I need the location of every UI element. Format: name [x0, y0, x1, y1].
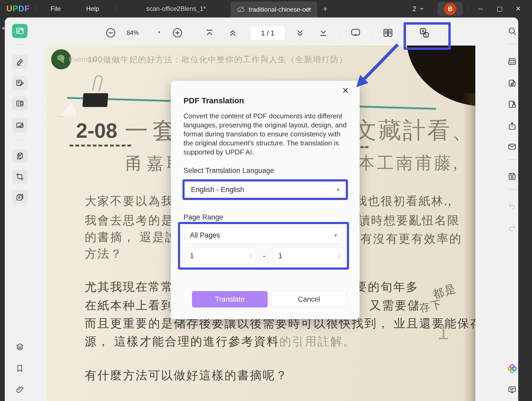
svg-text:OCR: OCR	[509, 61, 515, 64]
redo-icon	[508, 224, 517, 233]
sidebar-item-comments-panel[interactable]	[505, 383, 519, 397]
line-source-light: 的引用註解。	[279, 335, 356, 348]
first-page-button[interactable]	[204, 28, 215, 38]
sidebar-divider	[507, 43, 517, 44]
sidebar-item-convert[interactable]	[505, 76, 519, 90]
highlighter-icon	[15, 57, 24, 66]
sidebar-item-search[interactable]	[505, 24, 519, 38]
sidebar-divider	[15, 44, 25, 45]
sidebar-item-email[interactable]	[505, 140, 519, 154]
sidebar-item-comment[interactable]	[12, 55, 28, 69]
close-window-button[interactable]: ✕	[512, 0, 525, 17]
titlebar-divider	[36, 5, 37, 13]
sidebar-divider	[507, 159, 517, 160]
window-count: 2	[413, 5, 416, 13]
logo-letter-d: D	[18, 4, 24, 14]
titlebar: UPDF File Help scan-office2Blens_1* trad…	[0, 0, 532, 17]
page-from-value: 1	[185, 252, 249, 260]
zoom-in-button[interactable]	[172, 28, 183, 38]
save-icon	[507, 172, 517, 181]
sidebar-item-watermark[interactable]	[12, 190, 28, 204]
reader-book-icon	[15, 26, 24, 35]
pages-icon	[15, 152, 24, 161]
convert-document-icon	[507, 78, 517, 88]
section-number: 2-08	[76, 119, 117, 143]
evernote-logo	[51, 49, 71, 69]
zoom-out-button[interactable]	[105, 28, 116, 38]
sidebar-item-redo[interactable]	[505, 221, 519, 235]
elephant-icon	[55, 53, 68, 66]
sidebar-item-crop[interactable]	[12, 170, 28, 184]
tab-close-icon[interactable]: ✕	[306, 6, 311, 12]
mail-icon	[507, 142, 517, 152]
chat-bubble-icon	[507, 385, 517, 395]
caret-down-icon: ▼	[336, 188, 345, 192]
updf-logo: UPDF	[6, 0, 30, 17]
spin-down-icon[interactable]: ▼	[338, 256, 341, 259]
page-to-value: 1	[273, 252, 338, 260]
logo-letter-u: U	[6, 4, 12, 14]
menu-help[interactable]: Help	[83, 0, 102, 17]
annotation-box-translate-tool	[404, 22, 451, 50]
sidebar-item-organize-pages[interactable]	[12, 149, 28, 163]
sidebar-item-layers[interactable]	[12, 340, 28, 354]
sidebar-item-save[interactable]	[505, 170, 519, 183]
page-to-input[interactable]: 1 ▲▼	[273, 247, 344, 264]
page-range-dropdown[interactable]: All Pages ▼	[184, 227, 343, 244]
last-page-button[interactable]	[318, 28, 329, 38]
sidebar-item-share[interactable]	[505, 119, 519, 133]
sidebar-item-ocr[interactable]: OCR	[505, 55, 519, 69]
window-count-dropdown[interactable]: 2 ⌄	[413, 0, 425, 17]
sidebar-item-undo[interactable]	[505, 200, 519, 213]
titlebar-divider	[468, 5, 468, 13]
next-page-button[interactable]	[295, 28, 305, 38]
menu-file[interactable]: File	[46, 0, 65, 17]
translate-submit-button[interactable]: Translate	[192, 291, 268, 308]
sidebar-item-reader[interactable]	[12, 24, 28, 38]
reader-view-button[interactable]	[383, 28, 393, 38]
zoom-caret-icon[interactable]: ▼	[157, 30, 161, 34]
previous-page-button[interactable]	[227, 28, 238, 38]
dashed-underline	[70, 145, 131, 146]
avatar: B	[444, 3, 456, 15]
sidebar-item-forms[interactable]	[12, 96, 28, 111]
account-button[interactable]: B	[437, 2, 463, 16]
logo-letter-p: P	[12, 4, 18, 14]
page-number: 1	[437, 320, 449, 344]
spin-down-icon[interactable]: ▼	[249, 256, 252, 259]
paragraph-line: 源， 這樣才能合理的進行參考資料的引用註解。	[85, 334, 356, 349]
watermark-pages-icon	[15, 193, 24, 202]
sidebar-item-protect[interactable]	[505, 97, 519, 111]
maximize-button[interactable]: ▢	[493, 0, 506, 17]
sidebar-item-ai-assistant[interactable]	[505, 362, 519, 376]
sidebar-item-edit[interactable]	[12, 76, 28, 90]
annotation-box-page-range: All Pages ▼ 1 ▲▼ - 1 ▲▼	[178, 222, 349, 270]
tab-active[interactable]: traditional-chinese-ocr ✕	[231, 2, 317, 17]
page-range-value: All Pages	[185, 231, 334, 239]
language-dropdown[interactable]: English - English ▼	[185, 182, 345, 197]
handwriting-note: 存下	[418, 296, 444, 315]
corner-clip-triangle	[59, 102, 77, 117]
new-tab-button[interactable]: ＋	[319, 0, 331, 17]
sidebar-item-attachment[interactable]	[12, 382, 28, 397]
logo-letter-f: F	[24, 4, 30, 14]
page-from-input[interactable]: 1 ▲▼	[184, 247, 256, 264]
line-source-dark: 源， 這樣才能合理的進行參考資料	[85, 335, 279, 348]
paragraph-line: 要的旬年多	[355, 279, 419, 295]
page-indicator[interactable]: 1 / 1	[250, 26, 285, 41]
section-title-right: 文藏計看、	[354, 115, 475, 146]
signature-icon	[15, 121, 24, 130]
paragraph-line: 我也很初看紙林.,	[355, 193, 452, 209]
sidebar-item-bookmark[interactable]	[12, 361, 28, 376]
pdf-translation-dialog: ✕ PDF Translation Convert the content of…	[171, 81, 360, 319]
presentation-button[interactable]	[350, 28, 361, 38]
binder-clip-body	[82, 93, 108, 107]
share-export-icon	[507, 121, 517, 131]
toolbar-divider	[372, 29, 372, 37]
toolbar-divider	[340, 29, 340, 37]
sidebar-divider	[15, 140, 25, 140]
minimize-button[interactable]: ─	[474, 0, 487, 17]
sidebar-item-sign[interactable]	[12, 118, 28, 132]
cancel-button[interactable]: Cancel	[271, 291, 347, 308]
tab-inactive[interactable]: scan-office2Blens_1*	[130, 0, 222, 17]
